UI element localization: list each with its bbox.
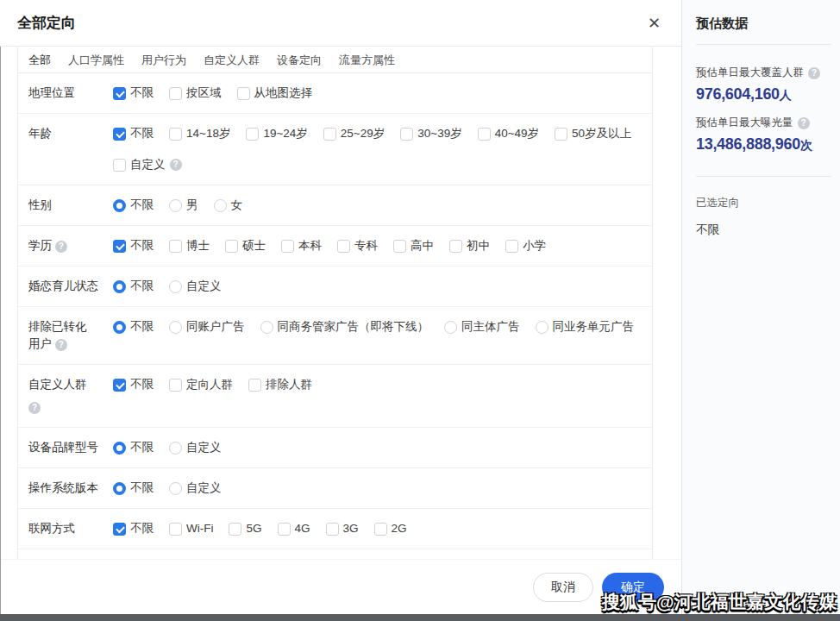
checkbox-icon[interactable] xyxy=(374,523,387,536)
checkbox-option[interactable]: 本科 xyxy=(281,237,322,254)
checkbox-option[interactable]: 25~29岁 xyxy=(323,125,385,142)
checkbox-option[interactable]: 5G xyxy=(229,520,261,537)
checkbox-option[interactable]: 50岁及以上 xyxy=(555,125,631,142)
checkbox-icon[interactable] xyxy=(169,523,182,536)
checkbox-option[interactable]: 不限 xyxy=(113,125,154,142)
radio-option[interactable]: 同商务管家广告（即将下线） xyxy=(260,318,429,336)
checkbox-icon[interactable] xyxy=(113,379,126,392)
checkbox-icon[interactable] xyxy=(169,240,182,253)
tab-3[interactable]: 自定义人群 xyxy=(204,53,260,68)
help-icon[interactable]: ? xyxy=(170,159,182,171)
radio-option[interactable]: 不限 xyxy=(113,278,154,295)
checkbox-option[interactable]: 40~49岁 xyxy=(478,125,539,142)
radio-option[interactable]: 自定义 xyxy=(169,480,222,497)
checkbox-icon[interactable] xyxy=(337,240,350,253)
checkbox-icon[interactable] xyxy=(505,240,518,253)
radio-icon[interactable] xyxy=(169,280,182,293)
radio-option[interactable]: 自定义 xyxy=(169,278,222,295)
checkbox-icon[interactable] xyxy=(169,128,182,141)
checkbox-option[interactable]: 19~24岁 xyxy=(246,125,307,142)
help-icon[interactable]: ? xyxy=(808,67,820,79)
checkbox-icon[interactable] xyxy=(478,128,491,141)
checkbox-icon[interactable] xyxy=(326,523,339,536)
help-icon[interactable]: ? xyxy=(55,339,67,351)
checkbox-option[interactable]: 从地图选择 xyxy=(237,85,313,102)
checkbox-icon[interactable] xyxy=(246,128,259,141)
checkbox-option[interactable]: 博士 xyxy=(169,237,210,254)
checkbox-icon[interactable] xyxy=(393,240,406,253)
checkbox-option[interactable]: 硕士 xyxy=(225,237,266,254)
radio-icon[interactable] xyxy=(113,199,126,212)
help-icon[interactable]: ? xyxy=(55,241,67,253)
checkbox-option[interactable]: 2G xyxy=(374,520,407,537)
radio-option[interactable]: 同账户广告 xyxy=(169,318,245,336)
checkbox-option[interactable]: 不限 xyxy=(113,376,154,393)
checkbox-option[interactable]: 14~18岁 xyxy=(169,125,230,142)
checkbox-option[interactable]: 按区域 xyxy=(169,85,222,102)
checkbox-icon[interactable] xyxy=(248,379,261,392)
checkbox-icon[interactable] xyxy=(323,128,336,141)
radio-icon[interactable] xyxy=(169,199,182,212)
radio-option[interactable]: 同业务单元广告 xyxy=(536,318,635,336)
tab-1[interactable]: 人口学属性 xyxy=(68,53,124,68)
checkbox-icon[interactable] xyxy=(449,240,462,253)
checkbox-icon[interactable] xyxy=(237,87,250,100)
radio-icon[interactable] xyxy=(260,321,273,334)
tab-4[interactable]: 设备定向 xyxy=(277,53,322,68)
radio-icon[interactable] xyxy=(169,321,182,334)
checkbox-icon[interactable] xyxy=(278,523,291,536)
tab-0[interactable]: 全部 xyxy=(28,53,51,68)
checkbox-option[interactable]: 专科 xyxy=(337,237,378,254)
checkbox-option[interactable]: 不限 xyxy=(113,237,154,254)
checkbox-option[interactable]: Wi-Fi xyxy=(169,520,213,537)
radio-option[interactable]: 女 xyxy=(214,197,243,214)
checkbox-icon[interactable] xyxy=(113,128,126,141)
option-label: 从地图选择 xyxy=(254,85,313,102)
radio-option[interactable]: 不限 xyxy=(113,318,154,336)
checkbox-icon[interactable] xyxy=(400,128,413,141)
checkbox-icon[interactable] xyxy=(113,159,126,172)
targeting-row: 设备价格不限4500元以上3500~4500元2500~3500元1500~25… xyxy=(18,549,652,559)
help-icon[interactable]: ? xyxy=(798,117,810,129)
checkbox-option[interactable]: 30~39岁 xyxy=(400,125,461,142)
radio-icon[interactable] xyxy=(113,321,126,334)
radio-icon[interactable] xyxy=(113,482,126,495)
checkbox-icon[interactable] xyxy=(225,240,238,253)
radio-icon[interactable] xyxy=(444,321,457,334)
checkbox-option[interactable]: 排除人群 xyxy=(248,376,312,393)
checkbox-icon[interactable] xyxy=(113,87,126,100)
radio-option[interactable]: 不限 xyxy=(113,480,154,497)
checkbox-option[interactable]: 高中 xyxy=(393,237,434,254)
cancel-button[interactable]: 取消 xyxy=(533,573,593,602)
radio-icon[interactable] xyxy=(536,321,549,334)
radio-icon[interactable] xyxy=(169,442,182,455)
checkbox-option[interactable]: 自定义? xyxy=(113,156,182,173)
checkbox-option[interactable]: 不限 xyxy=(113,85,154,102)
checkbox-icon[interactable] xyxy=(169,379,182,392)
radio-option[interactable]: 自定义 xyxy=(169,439,222,456)
tab-5[interactable]: 流量方属性 xyxy=(339,53,395,68)
checkbox-icon[interactable] xyxy=(281,240,294,253)
checkbox-icon[interactable] xyxy=(113,523,126,536)
checkbox-icon[interactable] xyxy=(113,240,126,253)
close-icon[interactable]: ✕ xyxy=(644,14,664,33)
tab-2[interactable]: 用户行为 xyxy=(141,53,186,68)
radio-option[interactable]: 男 xyxy=(169,197,198,214)
checkbox-option[interactable]: 定向人群 xyxy=(169,376,233,393)
radio-icon[interactable] xyxy=(113,280,126,293)
help-icon[interactable]: ? xyxy=(28,402,41,414)
checkbox-icon[interactable] xyxy=(169,87,182,100)
checkbox-option[interactable]: 初中 xyxy=(449,237,490,254)
checkbox-option[interactable]: 4G xyxy=(278,520,310,537)
radio-option[interactable]: 不限 xyxy=(113,197,154,214)
checkbox-icon[interactable] xyxy=(229,523,241,536)
checkbox-icon[interactable] xyxy=(555,128,567,141)
radio-option[interactable]: 同主体广告 xyxy=(444,318,520,336)
checkbox-option[interactable]: 小学 xyxy=(505,237,546,254)
radio-icon[interactable] xyxy=(113,442,126,455)
radio-icon[interactable] xyxy=(169,482,182,495)
checkbox-option[interactable]: 3G xyxy=(326,520,359,537)
checkbox-option[interactable]: 不限 xyxy=(113,520,154,537)
radio-icon[interactable] xyxy=(214,199,227,212)
radio-option[interactable]: 不限 xyxy=(113,439,154,456)
